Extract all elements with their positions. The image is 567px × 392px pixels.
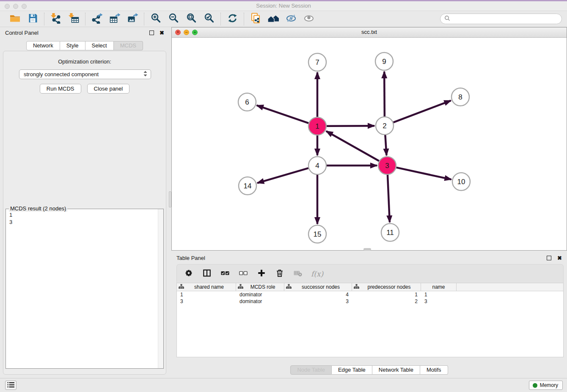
node-9[interactable]: 9: [375, 52, 393, 70]
cell-shared-name[interactable]: 1: [177, 291, 236, 298]
cell-MCDS-role[interactable]: dominator: [236, 298, 284, 305]
minimize-window-icon[interactable]: [13, 4, 18, 9]
cell-MCDS-role[interactable]: dominator: [236, 291, 284, 298]
node-4[interactable]: 4: [308, 157, 326, 174]
cell-shared-name[interactable]: 3: [177, 298, 236, 305]
close-view-icon[interactable]: ✕: [175, 30, 181, 35]
zoom-selected-button[interactable]: [203, 13, 215, 25]
zoom-fit-button[interactable]: [185, 13, 198, 25]
eye-button[interactable]: [303, 13, 315, 25]
tab-network[interactable]: Network: [26, 41, 60, 50]
column-label: name: [423, 284, 454, 290]
plus-button[interactable]: [256, 269, 267, 279]
tab-network-table[interactable]: Network Table: [372, 365, 420, 375]
edge-1-6[interactable]: [257, 105, 308, 123]
float-table-panel-icon[interactable]: [547, 256, 551, 260]
hierarchy-icon: [179, 284, 184, 290]
result-scrollbar[interactable]: [158, 209, 163, 368]
edge-3-1[interactable]: [326, 131, 379, 161]
clone-network-button[interactable]: [249, 13, 262, 25]
edge-3-11[interactable]: [388, 175, 390, 222]
import-network-icon: [50, 13, 62, 25]
import-network-button[interactable]: [50, 13, 62, 25]
node-table[interactable]: shared nameMCDS rolesuccessor nodesprede…: [176, 283, 564, 357]
close-panel-button[interactable]: Close panel: [87, 84, 130, 94]
node-14[interactable]: 14: [239, 177, 256, 195]
zoom-out-button[interactable]: [167, 13, 180, 25]
node-7[interactable]: 7: [308, 53, 326, 71]
cell-predecessor-nodes[interactable]: 2: [352, 298, 421, 305]
task-history-button[interactable]: [5, 381, 17, 390]
export-network-button[interactable]: [91, 13, 103, 25]
node-6[interactable]: 6: [238, 93, 256, 111]
tab-select[interactable]: Select: [85, 41, 114, 50]
tab-mcds[interactable]: MCDS: [114, 41, 143, 50]
optimization-criterion-select[interactable]: strongly connected component: [19, 69, 151, 79]
table-row[interactable]: 3dominator323: [177, 298, 563, 305]
column-label: predecessor nodes: [359, 284, 419, 290]
column-label: shared name: [184, 284, 234, 290]
cell-successor-nodes[interactable]: 3: [284, 298, 352, 305]
maximize-view-icon[interactable]: +: [192, 30, 198, 35]
maximize-window-icon[interactable]: [22, 4, 27, 9]
memory-status-icon: [533, 383, 537, 388]
node-10[interactable]: 10: [452, 173, 470, 190]
tab-edge-table[interactable]: Edge Table: [332, 365, 372, 375]
node-8[interactable]: 8: [451, 88, 469, 106]
column-header-name[interactable]: name: [421, 283, 457, 291]
edge-3-10[interactable]: [396, 168, 451, 179]
checkbox-checked-pair-button[interactable]: [220, 269, 230, 279]
result-item[interactable]: 3: [9, 218, 163, 226]
open-folder-icon: [9, 13, 21, 25]
result-item[interactable]: 1: [9, 211, 163, 218]
close-window-icon[interactable]: [5, 4, 10, 9]
import-table-button[interactable]: [67, 13, 80, 25]
zoom-in-button[interactable]: [149, 13, 162, 25]
cell-predecessor-nodes[interactable]: 1: [352, 291, 421, 298]
float-panel-icon[interactable]: [149, 30, 154, 35]
column-header-MCDS-role[interactable]: MCDS role: [236, 283, 284, 291]
table-row[interactable]: 1dominator411: [177, 291, 563, 298]
edge-1-2[interactable]: [327, 126, 374, 126]
network-window-titlebar[interactable]: ✕ − + scc.txt: [172, 28, 567, 38]
houses-button[interactable]: [267, 13, 280, 25]
edge-2-8[interactable]: [394, 101, 451, 123]
checkbox-unchecked-pair-button[interactable]: [238, 269, 248, 279]
trash-button[interactable]: [275, 269, 285, 279]
tab-style[interactable]: Style: [60, 41, 85, 50]
refresh-button[interactable]: [226, 13, 239, 25]
edge-2-9[interactable]: [384, 72, 385, 116]
tab-node-table[interactable]: Node Table: [290, 365, 332, 375]
open-folder-button[interactable]: [8, 13, 21, 25]
close-table-panel-icon[interactable]: ✖: [557, 255, 562, 261]
node-11[interactable]: 11: [381, 224, 399, 241]
eye-slash-button[interactable]: [285, 13, 297, 25]
search-box[interactable]: [440, 14, 562, 24]
columns-button[interactable]: [202, 269, 212, 279]
column-header-predecessor-nodes[interactable]: predecessor nodes: [352, 283, 421, 291]
edge-2-3[interactable]: [385, 135, 386, 155]
export-image-button[interactable]: [126, 13, 139, 25]
node-2[interactable]: 2: [376, 117, 394, 135]
panel-divider-handle[interactable]: [169, 191, 171, 207]
gear-button[interactable]: [184, 269, 194, 279]
memory-button[interactable]: Memory: [529, 381, 563, 390]
canvas-scroll-nub[interactable]: [363, 248, 371, 251]
cell-name[interactable]: 3: [421, 298, 457, 305]
tab-motifs[interactable]: Motifs: [420, 365, 448, 375]
network-canvas[interactable]: 7968124314101511: [172, 38, 567, 250]
edge-4-14[interactable]: [257, 168, 308, 183]
node-15[interactable]: 15: [308, 225, 326, 243]
export-table-button[interactable]: [108, 13, 121, 25]
cell-successor-nodes[interactable]: 4: [284, 291, 352, 298]
close-panel-icon[interactable]: ✖: [160, 30, 164, 36]
column-header-shared-name[interactable]: shared name: [177, 283, 236, 291]
run-mcds-button[interactable]: Run MCDS: [40, 84, 81, 94]
node-1[interactable]: 1: [308, 117, 326, 135]
cell-name[interactable]: 1: [421, 291, 457, 298]
search-input[interactable]: [452, 15, 561, 23]
minimize-view-icon[interactable]: −: [184, 30, 189, 35]
save-button[interactable]: [26, 13, 39, 25]
node-3[interactable]: 3: [378, 157, 396, 174]
column-header-successor-nodes[interactable]: successor nodes: [284, 283, 352, 291]
